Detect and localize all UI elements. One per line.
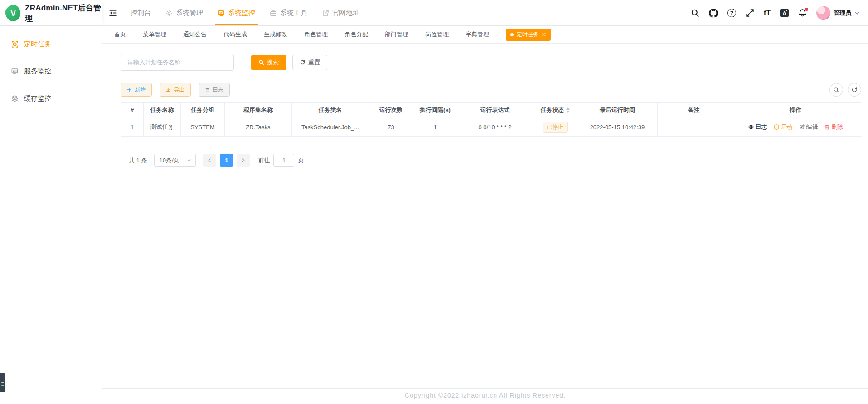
export-button[interactable]: 导出 — [160, 83, 191, 97]
help-icon[interactable]: ? — [727, 9, 736, 17]
tab-notice[interactable]: 通知公告 — [183, 30, 207, 39]
font-size-icon[interactable]: tT — [764, 9, 771, 17]
font-size-glyph: tT — [764, 9, 771, 17]
toolbox-icon — [270, 10, 277, 17]
tab-gen-edit[interactable]: 生成修改 — [264, 30, 287, 39]
action-delete[interactable]: 删除 — [824, 123, 844, 131]
action-log[interactable]: 日志 — [748, 123, 767, 131]
col-run-count: 运行次数 — [369, 103, 413, 117]
cell-index: 1 — [121, 117, 144, 137]
page-size-select[interactable]: 10条/页 — [154, 154, 196, 167]
reset-button-label: 重置 — [308, 58, 320, 67]
nav-website-label: 官网地址 — [332, 9, 359, 17]
action-edit-label: 编辑 — [806, 123, 818, 131]
goto-page-input[interactable] — [273, 154, 294, 167]
tab-role-assign[interactable]: 角色分配 — [344, 30, 368, 39]
tab-menu-manage[interactable]: 菜单管理 — [143, 30, 166, 39]
chevron-right-icon — [241, 158, 246, 163]
tab-scheduled-tasks-active[interactable]: 定时任务 — [506, 29, 551, 41]
monitor-icon — [218, 10, 225, 17]
close-icon[interactable] — [542, 32, 546, 37]
search-icon[interactable] — [691, 9, 699, 17]
status-sort-header[interactable]: 任务状态 — [541, 106, 570, 114]
sidebar-label-service-monitor: 服务监控 — [24, 67, 51, 76]
sort-carets-icon[interactable] — [566, 107, 570, 113]
github-icon[interactable] — [709, 9, 718, 18]
brand[interactable]: V ZRAdmin.NET后台管理 — [0, 0, 102, 25]
next-page-button[interactable] — [237, 154, 250, 167]
translate-icon[interactable]: A — [780, 9, 789, 17]
tab-code-gen[interactable]: 代码生成 — [223, 30, 247, 39]
tab-home[interactable]: 首页 — [114, 30, 126, 39]
content-area: 搜索 重置 新增 — [102, 44, 868, 404]
nav-item-system-manage[interactable]: 系统管理 — [158, 0, 210, 25]
fullscreen-icon[interactable] — [746, 9, 754, 17]
table-refresh-icon[interactable] — [848, 83, 861, 97]
export-button-label: 导出 — [174, 86, 185, 94]
action-edit[interactable]: 编辑 — [799, 123, 818, 131]
cell-last-run: 2022-05-15 10:42:39 — [577, 117, 658, 137]
timer-icon — [11, 40, 19, 48]
tab-role-manage[interactable]: 角色管理 — [304, 30, 328, 39]
table-search-toggle-icon[interactable] — [829, 83, 843, 97]
external-link-icon — [322, 10, 329, 17]
pagination: 共 1 条 10条/页 1 前往 页 — [121, 154, 861, 167]
nav-item-console[interactable]: 控制台 — [123, 0, 158, 25]
sidebar-label-cache-monitor: 缓存监控 — [24, 94, 51, 103]
server-monitor-icon — [11, 68, 19, 75]
top-nav: 控制台 系统管理 系统监控 — [123, 0, 367, 25]
chevron-down-icon — [187, 158, 192, 163]
sidebar-item-cache-monitor[interactable]: 缓存监控 — [0, 87, 102, 110]
log-button[interactable]: 日志 — [199, 83, 230, 97]
col-task-name: 任务名称 — [144, 103, 181, 117]
notification-bell-icon[interactable] — [798, 9, 807, 17]
notification-badge — [805, 8, 808, 11]
tasks-table: # 任务名称 任务分组 程序集名称 任务类名 运行次数 执行间隔(s) 运行表达… — [121, 102, 861, 137]
cell-run-count: 73 — [369, 117, 413, 137]
search-button[interactable]: 搜索 — [251, 55, 286, 70]
table-tools — [829, 83, 861, 97]
tab-dept-manage[interactable]: 部门管理 — [385, 30, 408, 39]
action-start[interactable]: 启动 — [773, 123, 793, 131]
trash-icon — [824, 124, 830, 130]
cell-task-group: SYSTEM — [181, 117, 225, 137]
nav-system-manage-label: 系统管理 — [176, 9, 203, 17]
cell-interval: 1 — [413, 117, 457, 137]
tab-dict-manage[interactable]: 字典管理 — [466, 30, 489, 39]
nav-item-website[interactable]: 官网地址 — [315, 0, 367, 25]
col-status-label: 任务状态 — [541, 106, 564, 114]
search-button-label: 搜索 — [267, 58, 279, 67]
collapsed-panel-handle[interactable] — [0, 373, 5, 392]
translate-glyph: A — [783, 10, 786, 16]
layers-icon — [11, 95, 19, 102]
tab-post-manage[interactable]: 岗位管理 — [425, 30, 449, 39]
sidebar-item-scheduled-tasks[interactable]: 定时任务 — [0, 32, 102, 56]
row-actions: 日志 启动 — [748, 123, 844, 131]
user-menu[interactable]: 管理员 — [816, 6, 860, 20]
reset-button[interactable]: 重置 — [292, 55, 327, 70]
pagination-total: 共 1 条 — [129, 156, 147, 165]
nav-item-system-monitor[interactable]: 系统监控 — [210, 0, 262, 25]
app-window: V ZRAdmin.NET后台管理 控制台 系统管理 — [0, 0, 868, 404]
refresh-icon — [300, 59, 305, 65]
page-size-value: 10条/页 — [159, 156, 179, 165]
eye-icon — [748, 124, 754, 130]
col-remark: 备注 — [658, 103, 730, 117]
nav-item-system-tools[interactable]: 系统工具 — [262, 0, 315, 25]
search-form: 搜索 重置 — [121, 54, 861, 71]
cell-assembly: ZR.Tasks — [225, 117, 292, 137]
task-name-input[interactable] — [121, 54, 234, 71]
add-button[interactable]: 新增 — [121, 83, 152, 97]
table-header-row: # 任务名称 任务分组 程序集名称 任务类名 运行次数 执行间隔(s) 运行表达… — [121, 103, 861, 117]
sidebar-item-service-monitor[interactable]: 服务监控 — [0, 59, 102, 83]
prev-page-button[interactable] — [203, 154, 216, 167]
goto-label: 前往 — [258, 156, 270, 165]
chevron-down-icon — [854, 10, 860, 16]
action-delete-label: 删除 — [832, 123, 844, 131]
app-logo-icon: V — [5, 4, 22, 22]
sidebar-fold-icon[interactable] — [102, 0, 123, 25]
page-number-1[interactable]: 1 — [220, 154, 233, 167]
page-unit-label: 页 — [298, 156, 304, 165]
user-name: 管理员 — [834, 9, 851, 17]
main-panel: 首页 菜单管理 通知公告 代码生成 生成修改 角色管理 角色分配 部门管理 岗位… — [102, 26, 868, 404]
